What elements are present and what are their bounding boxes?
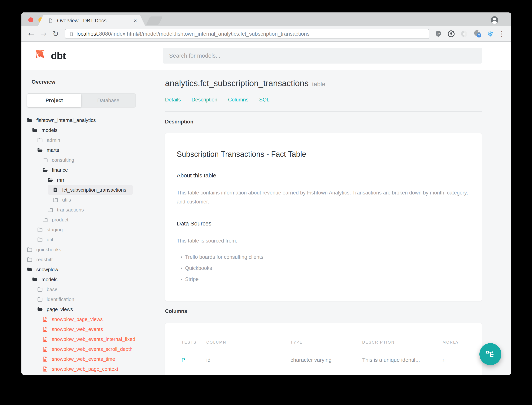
tree-item[interactable]: marts <box>37 145 66 155</box>
header-type: TYPE <box>290 340 362 344</box>
tree-item[interactable]: page_views <box>37 304 79 314</box>
tree-item-icon <box>42 366 48 372</box>
tree-item-icon <box>27 267 33 272</box>
tree-item[interactable]: snowplow_web_events_scroll_depth <box>42 344 139 354</box>
tree-item[interactable]: consulting <box>42 155 81 165</box>
tree-item[interactable]: product <box>42 215 75 225</box>
tree-item[interactable]: base <box>37 284 64 294</box>
columns-section-heading: Columns <box>165 308 482 314</box>
lineage-graph-button[interactable] <box>479 343 501 365</box>
tree-item[interactable]: utils <box>53 195 78 205</box>
tree-item[interactable]: snowplow_web_events <box>42 324 109 334</box>
tree-item-label: staging <box>47 227 63 233</box>
search-input[interactable] <box>163 48 482 64</box>
resource-type-badge: table <box>312 81 325 88</box>
tree-item-label: product <box>52 217 68 223</box>
tab-close-icon[interactable]: × <box>133 17 137 24</box>
header-column: COLUMN <box>206 340 290 344</box>
forward-button[interactable]: → <box>38 30 49 38</box>
main-content: analytics.fct_subscription_transactionst… <box>163 70 511 375</box>
tree-item-icon <box>32 127 38 133</box>
reload-button[interactable]: ↻ <box>50 30 61 38</box>
tree-item-label: models <box>41 127 58 133</box>
source-item: Quickbooks <box>185 265 470 271</box>
tree-item-label: redshift <box>36 257 53 263</box>
browser-toolbar: ← → ↻ localhost:8080/index.html#!/model/… <box>21 26 511 42</box>
tree-item-label: snowplow_web_events_time <box>52 356 115 362</box>
lineage-graph-icon <box>485 349 496 360</box>
browser-window: Overview - DBT Docs × ← → ↻ localhost:80… <box>21 13 511 375</box>
browser-tabstrip: Overview - DBT Docs × <box>21 13 511 26</box>
extension-circle-icon[interactable] <box>460 30 468 38</box>
tree-item[interactable]: snowplow_web_page_context <box>42 364 125 374</box>
columns-table-header: TESTS COLUMN TYPE DESCRIPTION MORE? <box>182 340 466 344</box>
header-tests: TESTS <box>182 340 206 344</box>
tree-item-label: mrr <box>57 177 65 183</box>
browser-menu-icon[interactable]: ⋮ <box>498 30 505 38</box>
tree-item[interactable]: models <box>32 125 64 135</box>
dbt-logo[interactable]: dbt_ <box>21 48 163 64</box>
browser-profile-avatar[interactable] <box>490 15 499 26</box>
tree-item[interactable]: transactions <box>47 205 90 215</box>
tree-item-label: snowplow_web_events_internal_fixed <box>52 336 135 342</box>
tab-project[interactable]: Project <box>27 94 81 107</box>
tree-item[interactable]: snowplow_page_views <box>42 314 109 324</box>
tree-item-icon <box>27 117 33 123</box>
tree-item[interactable]: models <box>32 275 64 284</box>
tree-item-label: fct_subscription_transactions <box>62 187 126 193</box>
cell-type: character varying <box>290 357 362 363</box>
nav-link-columns[interactable]: Columns <box>228 97 249 103</box>
onepassword-icon[interactable] <box>447 30 455 38</box>
columns-table-body: P id character varying This is a unique … <box>182 357 466 375</box>
tree-item-label: snowplow_page_views <box>52 316 103 322</box>
tree-item-icon <box>37 147 43 153</box>
nav-link-description[interactable]: Description <box>192 97 217 103</box>
tree-item[interactable]: fct_subscription_transactions <box>48 185 133 195</box>
tab-database[interactable]: Database <box>81 94 135 107</box>
snowflake-icon[interactable]: ❄ <box>487 29 493 38</box>
tree-item-label: finance <box>52 167 68 173</box>
tree-item[interactable]: quickbooks <box>27 245 68 255</box>
url-path: :8080/index.html#!/model/model.fishtown_… <box>98 31 310 37</box>
columns-card: TESTS COLUMN TYPE DESCRIPTION MORE? P id… <box>165 323 482 375</box>
sources-list: Trello boards for consulting clients Qui… <box>177 254 470 282</box>
tree-item[interactable]: finance <box>42 165 74 175</box>
tree-item[interactable]: snowplow_web_events_internal_fixed <box>42 334 142 344</box>
tree-item[interactable]: snowplow <box>27 264 65 275</box>
tree-item-icon <box>53 187 58 193</box>
tree-item[interactable]: staging <box>37 225 69 235</box>
tree-item-label: identification <box>47 297 74 302</box>
back-button[interactable]: ← <box>26 30 37 38</box>
tree-item-icon <box>37 137 43 143</box>
sidebar-title: Overview <box>32 79 163 85</box>
close-window-button[interactable] <box>28 17 33 22</box>
tree-item-icon <box>37 297 43 302</box>
row-expand-chevron[interactable]: › <box>442 357 466 363</box>
url-text: localhost:8080/index.html#!/model/model.… <box>77 31 310 37</box>
page-favicon-icon <box>48 18 53 23</box>
sidebar: Overview Project Database fishtown_inter… <box>21 70 163 375</box>
tree-item-icon <box>42 326 48 332</box>
tree-item-label: base <box>47 287 57 292</box>
tree-item[interactable]: identification <box>37 294 81 304</box>
extension-x-badge-icon[interactable]: X <box>473 29 482 38</box>
extension-icons: uO X ❄ ⋮ <box>433 29 507 38</box>
tree-item[interactable]: util <box>37 235 59 245</box>
about-text: This table contains information about re… <box>177 188 470 207</box>
ublock-shield-icon[interactable]: uO <box>434 30 442 38</box>
section-divider <box>165 111 482 112</box>
new-tab-button[interactable] <box>146 16 163 25</box>
tree-item[interactable]: mrr <box>47 175 71 185</box>
browser-tab[interactable]: Overview - DBT Docs × <box>38 15 145 26</box>
cell-description: This is a unique identif... <box>362 357 442 363</box>
tree-item[interactable]: admin <box>37 135 67 145</box>
nav-link-sql[interactable]: SQL <box>259 97 269 103</box>
tree-item-icon <box>42 167 48 173</box>
tree-item[interactable]: redshift <box>27 255 59 264</box>
nav-link-details[interactable]: Details <box>165 97 181 103</box>
tree-item[interactable]: fishtown_internal_analytics <box>27 115 102 125</box>
tree-item-label: consulting <box>52 157 74 163</box>
tree-item[interactable]: snowplow_web_events_time <box>42 354 122 364</box>
dbt-header: dbt_ <box>21 42 511 70</box>
url-bar[interactable]: localhost:8080/index.html#!/model/model.… <box>65 29 429 39</box>
